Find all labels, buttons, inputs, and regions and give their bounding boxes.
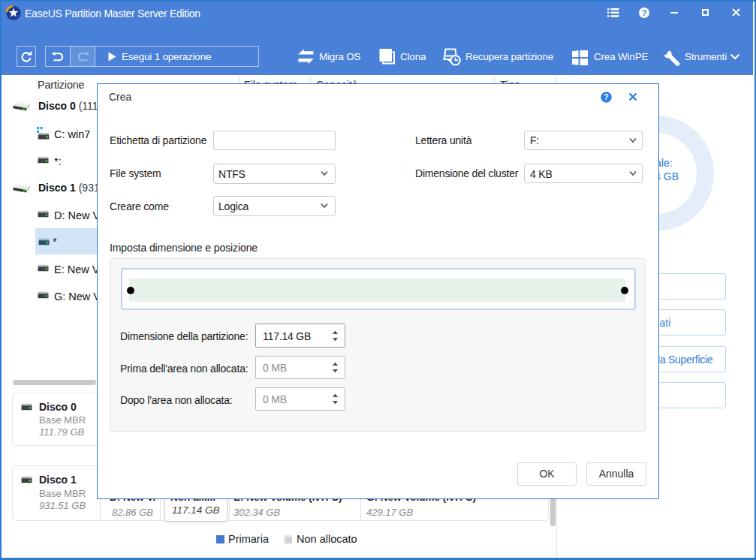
svg-text:?: ? — [642, 8, 647, 17]
svg-text:?: ? — [604, 92, 608, 101]
